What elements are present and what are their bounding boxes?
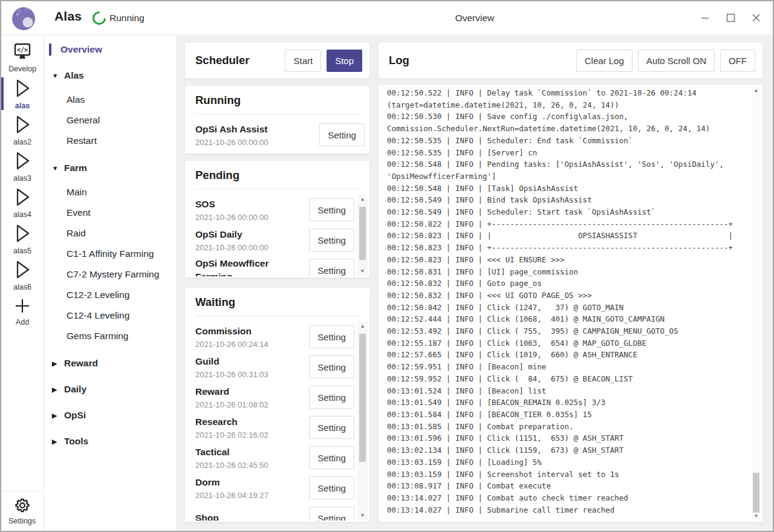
maximize-button[interactable]: [720, 8, 741, 27]
task-setting-button[interactable]: Setting: [309, 229, 354, 251]
task-setting-button[interactable]: Setting: [309, 476, 354, 499]
clear-log-button[interactable]: Clear Log: [576, 50, 633, 72]
log-line: 00:12:57.665 | INFO | Click (1019, 660) …: [387, 349, 748, 361]
maximize-icon: [726, 13, 735, 22]
rail-item-alas6[interactable]: alas6: [1, 257, 44, 293]
task-setting-button[interactable]: Setting: [309, 386, 354, 409]
task-next-run-time: 2021-10-26 02:16:02: [195, 430, 305, 440]
log-scrollbar[interactable]: ▲ ▼: [751, 86, 761, 521]
nav-item-overview[interactable]: Overview: [44, 41, 177, 59]
running-card: Running OpSi Ash Assist2021-10-26 00:00:…: [184, 85, 370, 154]
nav-item-daily[interactable]: ▶Daily: [44, 380, 177, 398]
log-line: 00:12:50.548 | INFO | [Task] OpsiAshAssi…: [387, 183, 748, 195]
log-line: 00:12:59.951 | INFO | [Beacon] mine: [387, 361, 748, 373]
play-icon: [13, 151, 31, 174]
rail-item-settings[interactable]: Settings: [1, 491, 43, 531]
rail-item-alas[interactable]: alas: [1, 76, 44, 112]
log-line: 00:13:14.027 | INFO | Combat auto check …: [387, 492, 748, 504]
nav-item-main[interactable]: Main: [44, 182, 177, 203]
log-line: 00:13:03.159 | INFO | [Loading] 5%: [387, 456, 748, 469]
log-line: 00:12:50.549 | INFO | Bind task OpsiAshA…: [387, 194, 748, 206]
scroll-up-icon[interactable]: ▲: [357, 195, 368, 204]
task-name: SOS: [195, 198, 305, 211]
waiting-scrollbar[interactable]: ▲ ▼: [357, 322, 368, 520]
scroll-up-icon[interactable]: ▲: [357, 322, 368, 331]
autoscroll-on-button[interactable]: Auto Scroll ON: [638, 50, 715, 72]
task-setting-button[interactable]: Setting: [309, 507, 354, 521]
minimize-icon: [701, 13, 709, 22]
task-setting-button[interactable]: Setting: [319, 123, 365, 146]
nav-item-general[interactable]: General: [44, 110, 177, 131]
rail-item-label: Add: [16, 318, 29, 326]
rail-item-label: Develop: [8, 65, 36, 73]
pending-scrollbar[interactable]: ▲ ▼: [357, 195, 368, 276]
task-setting-button[interactable]: Setting: [309, 355, 354, 378]
nav-item-label: Main: [67, 187, 87, 197]
rail-item-add[interactable]: Add: [1, 293, 44, 329]
task-setting-button[interactable]: Setting: [309, 446, 354, 469]
rail-item-alas3[interactable]: alas3: [1, 148, 44, 184]
nav-item-reward[interactable]: ▶Reward: [44, 354, 177, 372]
nav-item-event[interactable]: Event: [44, 203, 177, 223]
task-row: OpSi Meowfficer FarmingSetting: [185, 255, 357, 276]
scroll-down-icon[interactable]: ▼: [751, 511, 761, 521]
task-row: Reward2021-10-26 01:08:02Setting: [185, 382, 357, 412]
scrollbar-thumb[interactable]: [359, 334, 366, 462]
task-row: SOS2021-10-26 00:00:00Setting: [185, 195, 357, 225]
main-area: Scheduler Start Stop Running OpSi Ash As…: [177, 36, 773, 531]
play-icon: [13, 78, 31, 101]
scrollbar-thumb[interactable]: [359, 207, 366, 260]
rail-item-develop[interactable]: </>Develop: [1, 39, 44, 76]
task-row: Guild2021-10-26 00:31:03Setting: [185, 352, 357, 382]
log-line: 00:13:01.585 | INFO | Combat preparation…: [387, 421, 748, 433]
log-line: 00:12:50.832 | INFO | <<< UI GOTO PAGE_O…: [387, 290, 748, 302]
rail-item-alas5[interactable]: alas5: [1, 221, 44, 257]
nav-item-c12-2-leveling[interactable]: C12-2 Leveling: [44, 285, 177, 305]
nav-item-raid[interactable]: Raid: [44, 223, 177, 244]
waiting-card: Waiting Commission2021-10-26 00:24:14Set…: [184, 287, 370, 522]
close-button[interactable]: [745, 8, 767, 27]
scroll-down-icon[interactable]: ▼: [357, 511, 368, 520]
nav-item-gems-farming[interactable]: Gems Farming: [44, 326, 177, 346]
task-info: OpSi Ash Assist2021-10-26 00:00:00: [195, 123, 319, 148]
nav-item-tools[interactable]: ▶Tools: [44, 432, 177, 450]
autoscroll-off-button[interactable]: OFF: [720, 50, 755, 72]
nav-item-c1-1-affinity-farming[interactable]: C1-1 Affinity Farming: [44, 244, 177, 264]
task-name: Dorm: [195, 476, 305, 489]
rail-item-alas2[interactable]: alas2: [1, 112, 44, 148]
scroll-down-icon[interactable]: ▼: [357, 267, 368, 276]
minimize-button[interactable]: [694, 8, 716, 27]
nav-item-alas[interactable]: Alas: [44, 89, 177, 110]
nav-item-c12-4-leveling[interactable]: C12-4 Leveling: [44, 305, 177, 326]
rail-items: </>Developalasalas2alas3alas4alas5alas6A…: [1, 36, 44, 329]
nav-item-label: Gems Farming: [67, 331, 129, 341]
scroll-up-icon[interactable]: ▲: [751, 86, 761, 95]
task-setting-button[interactable]: Setting: [309, 325, 354, 348]
nav-item-label: Tools: [64, 436, 88, 447]
running-title: Running: [195, 94, 359, 107]
task-setting-button[interactable]: Setting: [309, 416, 354, 439]
nav-item-opsi[interactable]: ▶OpSi: [44, 406, 177, 424]
chevron-right-icon: ▶: [52, 412, 59, 419]
play-icon: [13, 223, 31, 246]
task-name: OpSi Daily: [195, 228, 305, 241]
log-content: 00:12:50.522 | INFO | Delay task `Commis…: [387, 87, 748, 521]
nav-item-label: C12-4 Leveling: [67, 310, 129, 320]
task-setting-button[interactable]: Setting: [309, 259, 354, 276]
stop-button[interactable]: Stop: [327, 50, 362, 72]
task-name: Research: [195, 415, 305, 429]
rail-item-label: alas2: [13, 138, 31, 146]
task-info: Guild2021-10-26 00:31:03: [195, 355, 309, 380]
nav-item-farm[interactable]: ▼Farm: [44, 159, 177, 177]
task-info: Shop: [195, 511, 309, 521]
rail-item-alas4[interactable]: alas4: [1, 184, 44, 221]
svg-text:</>: </>: [17, 47, 28, 53]
start-button[interactable]: Start: [285, 50, 321, 72]
log-line: 00:12:50.522 | INFO | Delay task `Commis…: [387, 87, 748, 99]
nav-item-alas[interactable]: ▼Alas: [44, 66, 177, 85]
task-setting-button[interactable]: Setting: [309, 198, 354, 221]
nav-item-label: Restart: [67, 135, 97, 146]
nav-item-c7-2-mystery-farming[interactable]: C7-2 Mystery Farming: [44, 264, 177, 285]
scrollbar-thumb[interactable]: [753, 473, 759, 513]
nav-item-restart[interactable]: Restart: [44, 131, 177, 151]
